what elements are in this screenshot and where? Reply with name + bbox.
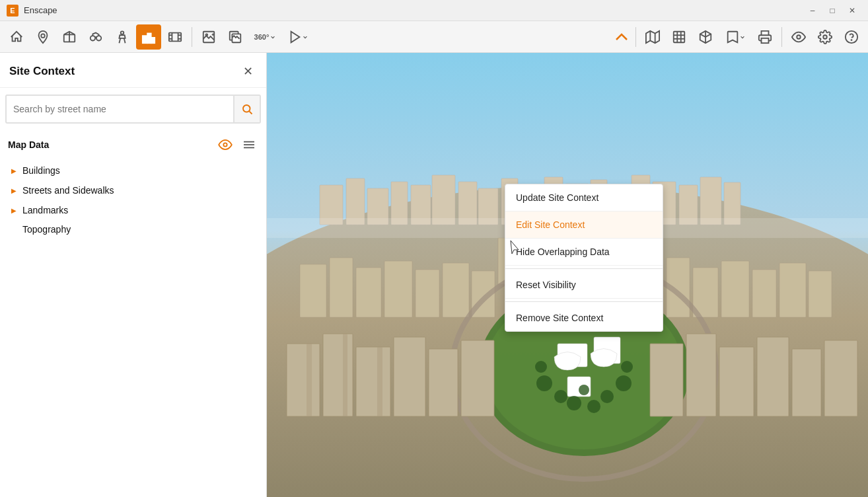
tree-list: ▶ Buildings ▶ Streets and Sidewalks ▶ La… xyxy=(0,158,266,241)
hide-overlapping-data-option[interactable]: Hide Overlapping Data xyxy=(505,239,663,266)
svg-rect-101 xyxy=(429,349,458,416)
svg-rect-77 xyxy=(779,263,806,317)
tree-label-topography: Topography xyxy=(22,224,71,235)
svg-rect-98 xyxy=(323,334,353,416)
binoculars-button[interactable] xyxy=(83,24,108,50)
svg-rect-66 xyxy=(330,258,353,317)
maximize-button[interactable]: □ xyxy=(823,4,842,17)
chevron-up-icon xyxy=(612,33,632,41)
360-view-button[interactable]: 360° xyxy=(249,24,281,50)
svg-rect-26 xyxy=(674,31,685,42)
filmstrip-button[interactable] xyxy=(163,24,188,50)
city-view-button[interactable] xyxy=(136,24,161,50)
remove-site-context-option[interactable]: Remove Site Context xyxy=(505,305,663,331)
svg-point-4 xyxy=(96,36,101,40)
svg-rect-111 xyxy=(377,347,382,416)
svg-rect-108 xyxy=(824,340,857,416)
location-button[interactable] xyxy=(30,24,55,50)
context-dropdown-menu: Update Site Context Edit Site Context Hi… xyxy=(505,184,663,332)
svg-rect-103 xyxy=(650,344,683,416)
3d-box-button[interactable] xyxy=(693,24,718,50)
svg-rect-11 xyxy=(169,32,181,41)
map-data-controls xyxy=(216,135,258,154)
panel-header: Site Context ✕ xyxy=(0,53,266,88)
side-panel: Site Context ✕ Map Data xyxy=(0,53,267,497)
execute-button[interactable] xyxy=(282,24,314,50)
grid-export-button[interactable] xyxy=(667,24,692,50)
tree-label-streets: Streets and Sidewalks xyxy=(22,185,114,196)
print-button[interactable] xyxy=(752,24,778,50)
svg-rect-100 xyxy=(394,337,425,416)
svg-point-94 xyxy=(567,396,581,410)
svg-rect-7 xyxy=(143,36,147,43)
separator-1 xyxy=(192,27,192,47)
dropdown-separator-2 xyxy=(505,301,663,302)
reset-visibility-option[interactable]: Reset Visibility xyxy=(505,272,663,299)
tree-item-landmarks[interactable]: ▶ Landmarks xyxy=(5,200,261,220)
svg-rect-49 xyxy=(432,175,455,225)
map-button[interactable] xyxy=(640,24,665,50)
update-site-context-option[interactable]: Update Site Context xyxy=(505,184,663,211)
svg-rect-70 xyxy=(443,263,469,317)
svg-point-36 xyxy=(243,105,250,112)
title-bar: E Enscape – □ ✕ xyxy=(0,0,868,21)
svg-rect-104 xyxy=(686,334,716,416)
bim-button[interactable] xyxy=(57,24,82,50)
svg-rect-110 xyxy=(343,334,347,416)
svg-marker-23 xyxy=(646,30,659,42)
svg-point-38 xyxy=(223,143,227,146)
svg-line-37 xyxy=(249,111,252,114)
tree-item-streets[interactable]: ▶ Streets and Sidewalks xyxy=(5,180,261,200)
visibility-toggle-button[interactable] xyxy=(216,135,235,154)
svg-rect-65 xyxy=(300,264,326,317)
menu-button[interactable] xyxy=(240,135,258,154)
settings-button[interactable] xyxy=(813,24,838,50)
svg-point-33 xyxy=(823,35,827,39)
search-input[interactable] xyxy=(7,98,233,120)
svg-point-89 xyxy=(554,390,567,403)
svg-rect-109 xyxy=(307,344,312,416)
main-content: Site Context ✕ Map Data xyxy=(0,53,868,497)
viewport: Update Site Context Edit Site Context Hi… xyxy=(267,53,868,497)
help-button[interactable] xyxy=(839,24,864,50)
visibility-button[interactable] xyxy=(786,24,811,50)
bookmark-button[interactable] xyxy=(719,24,751,50)
svg-marker-22 xyxy=(291,31,300,42)
search-container xyxy=(5,95,261,124)
svg-rect-61 xyxy=(700,177,721,225)
tree-label-buildings: Buildings xyxy=(22,165,60,176)
home-button[interactable] xyxy=(4,24,29,50)
svg-point-32 xyxy=(797,35,801,39)
window-controls: – □ ✕ xyxy=(803,4,861,17)
svg-point-91 xyxy=(616,375,632,391)
minimize-button[interactable]: – xyxy=(803,4,822,17)
tree-item-topography[interactable]: Topography xyxy=(5,220,261,239)
dropdown-separator-1 xyxy=(505,268,663,269)
svg-rect-67 xyxy=(356,268,381,317)
svg-rect-106 xyxy=(757,337,789,416)
svg-rect-76 xyxy=(752,270,776,317)
svg-rect-45 xyxy=(346,178,365,225)
svg-point-96 xyxy=(579,385,589,395)
app-logo: E xyxy=(7,5,18,17)
main-toolbar: 360° xyxy=(0,21,868,53)
edit-site-context-option[interactable]: Edit Site Context xyxy=(505,211,663,239)
map-data-label: Map Data xyxy=(8,139,49,150)
close-window-button[interactable]: ✕ xyxy=(843,4,861,17)
export-image-button[interactable] xyxy=(196,24,221,50)
app-title: Enscape xyxy=(24,5,798,15)
search-button[interactable] xyxy=(233,96,260,122)
svg-rect-107 xyxy=(792,349,821,416)
panel-title: Site Context xyxy=(9,65,75,78)
svg-rect-99 xyxy=(356,347,390,416)
person-view-button[interactable] xyxy=(110,24,135,50)
svg-rect-31 xyxy=(762,38,769,42)
svg-rect-69 xyxy=(416,270,439,317)
tree-item-buildings[interactable]: ▶ Buildings xyxy=(5,161,261,180)
panel-close-button[interactable]: ✕ xyxy=(238,62,257,81)
svg-point-0 xyxy=(41,34,45,38)
svg-rect-105 xyxy=(719,347,754,416)
svg-point-88 xyxy=(536,375,552,391)
export-image2-button[interactable] xyxy=(223,24,248,50)
svg-rect-78 xyxy=(809,271,832,317)
